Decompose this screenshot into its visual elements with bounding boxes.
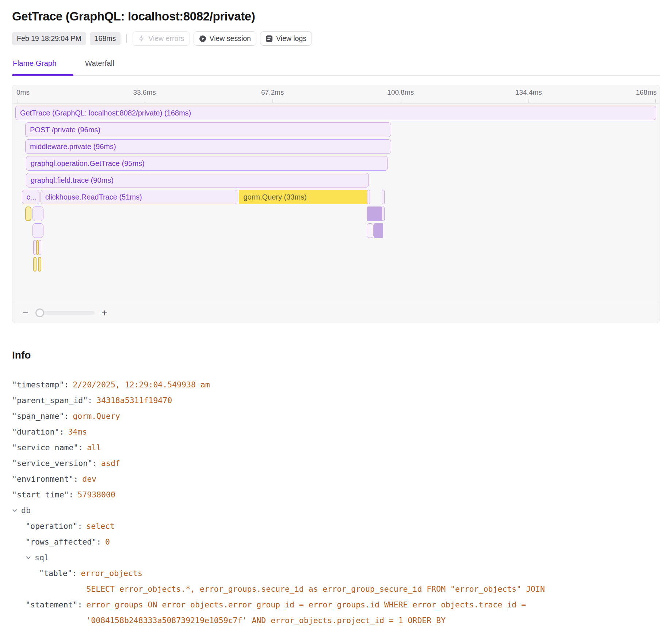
axis-tick-label: 67.2ms (261, 88, 284, 96)
flame-span[interactable] (367, 206, 382, 221)
info-value: select (86, 518, 115, 534)
duration-badge: 168ms (90, 32, 121, 45)
flame-span-label: c... (22, 193, 39, 201)
info-key: "environment": (12, 471, 78, 487)
axis-tick (145, 99, 145, 103)
flame-row (16, 223, 657, 238)
flame-span[interactable] (33, 206, 43, 221)
info-row-rows_affected: "rows_affected":0 (12, 534, 660, 550)
time-ruler: 0ms 33.6ms 67.2ms 100.8ms 134.4ms 168ms (16, 85, 657, 103)
info-value: 2/20/2025, 12:29:04.549938 am (73, 377, 210, 393)
zoom-slider[interactable] (36, 311, 95, 315)
info-json: "timestamp":2/20/2025, 12:29:04.549938 a… (12, 377, 660, 628)
flame-row: graphql.operation.GetTrace (95ms) (16, 156, 657, 171)
info-key: "start_time": (12, 487, 73, 503)
flame-span[interactable] (374, 223, 383, 238)
meta-row: Feb 19 18:29:04 PM 168ms View errors Vie… (12, 31, 660, 46)
flame-span[interactable]: gorm.Query (33ms) (239, 190, 369, 204)
info-value: 0 (105, 534, 110, 550)
info-group-label: db (21, 503, 31, 518)
info-value: SELECT error_objects.*, error_groups.sec… (86, 581, 545, 628)
axis-tick (401, 99, 401, 103)
info-row-service_name: "service_name":all (12, 440, 660, 455)
axis-tick-label: 100.8ms (387, 88, 414, 96)
chevron-down-icon[interactable] (26, 556, 31, 560)
chevron-down-icon[interactable] (12, 509, 18, 512)
active-tab-underline (12, 74, 73, 76)
info-value: gorm.Query (73, 408, 120, 424)
ruler-divider (12, 103, 660, 104)
axis-tick (655, 99, 656, 103)
info-group-db[interactable]: db (12, 503, 660, 518)
flame-span[interactable]: graphql.field.trace (90ms) (26, 173, 369, 187)
info-key: "rows_affected": (26, 534, 101, 550)
info-row-start_time: "start_time":57938000 (12, 487, 660, 503)
info-key: "timestamp": (12, 377, 69, 393)
zoom-out-button[interactable]: − (22, 308, 30, 318)
axis-tick (528, 99, 529, 103)
info-row-service_version: "service_version":asdf (12, 455, 660, 471)
info-row-parent_span_id: "parent_span_id":34318a5311f19470 (12, 393, 660, 408)
flame-span[interactable]: POST /private (96ms) (25, 122, 391, 137)
flame-span[interactable] (382, 190, 385, 204)
flame-span[interactable] (367, 223, 374, 238)
axis-tick-label: 33.6ms (133, 88, 156, 96)
zoom-in-button[interactable]: + (100, 308, 108, 318)
axis-tick-label: 0ms (16, 88, 30, 96)
tab-waterfall[interactable]: Waterfall (84, 59, 131, 75)
axis-tick (272, 99, 273, 103)
flame-span-label: middleware.private (96ms) (26, 143, 120, 151)
info-row-statement: "statement":SELECT error_objects.*, erro… (12, 581, 660, 628)
axis-tick-label: 168ms (636, 88, 657, 96)
info-row-operation: "operation":select (12, 518, 660, 534)
info-row-table: "table":error_objects (12, 565, 660, 581)
flame-span[interactable]: c... (22, 190, 39, 204)
info-key: "operation": (26, 518, 82, 534)
flame-span[interactable] (367, 190, 370, 204)
flame-span[interactable] (33, 257, 37, 272)
view-logs-button[interactable]: View logs (260, 31, 312, 46)
timestamp-badge: Feb 19 18:29:04 PM (12, 32, 86, 45)
info-key: "table": (39, 565, 77, 581)
zoom-slider-knob[interactable] (35, 308, 44, 317)
flame-row (16, 257, 657, 272)
flame-graph-panel: 0ms 33.6ms 67.2ms 100.8ms 134.4ms 168ms … (12, 85, 660, 323)
info-key: "service_name": (12, 440, 83, 455)
info-divider (12, 370, 660, 370)
info-key: "span_name": (12, 408, 69, 424)
axis-tick-label: 134.4ms (515, 88, 542, 96)
flame-span-label: gorm.Query (33ms) (239, 193, 310, 201)
axis-tick (18, 99, 18, 103)
info-key: "duration": (12, 424, 64, 440)
flame-span-label: GetTrace (GraphQL: localhost:8082/privat… (16, 109, 195, 117)
flame-span[interactable]: GetTrace (GraphQL: localhost:8082/privat… (15, 106, 656, 120)
flame-span[interactable]: middleware.private (96ms) (25, 139, 391, 154)
flame-rows: GetTrace (GraphQL: localhost:8082/privat… (16, 106, 657, 274)
info-value: 57938000 (77, 487, 115, 503)
flame-span[interactable] (33, 223, 43, 238)
info-key: "service_version": (12, 455, 97, 471)
tab-flame-graph[interactable]: Flame Graph (12, 59, 73, 75)
flame-row (16, 206, 657, 221)
flame-span[interactable] (39, 240, 41, 255)
flame-span[interactable] (25, 206, 31, 221)
flame-span[interactable] (38, 257, 41, 272)
flame-span[interactable]: graphql.operation.GetTrace (95ms) (26, 156, 388, 171)
flame-span[interactable] (382, 206, 385, 221)
trace-page: GetTrace (GraphQL: localhost:8082/privat… (0, 10, 672, 628)
info-value: all (87, 440, 101, 455)
view-session-button[interactable]: View session (194, 31, 256, 46)
flame-span[interactable] (36, 240, 38, 255)
info-heading: Info (12, 349, 660, 361)
flame-span[interactable]: clickhouse.ReadTrace (51ms) (41, 190, 237, 204)
flame-zoom-controls: − + (12, 303, 660, 323)
info-value: dev (82, 471, 96, 487)
flame-row: middleware.private (96ms) (16, 139, 657, 154)
flame-span[interactable] (33, 240, 36, 255)
view-errors-button[interactable]: View errors (133, 31, 190, 46)
info-key: "statement": (26, 597, 82, 613)
flame-span-label: graphql.field.trace (90ms) (26, 176, 117, 185)
logs-icon (266, 35, 273, 42)
info-group-sql[interactable]: sql (12, 550, 660, 565)
info-key: "parent_span_id": (12, 393, 92, 408)
